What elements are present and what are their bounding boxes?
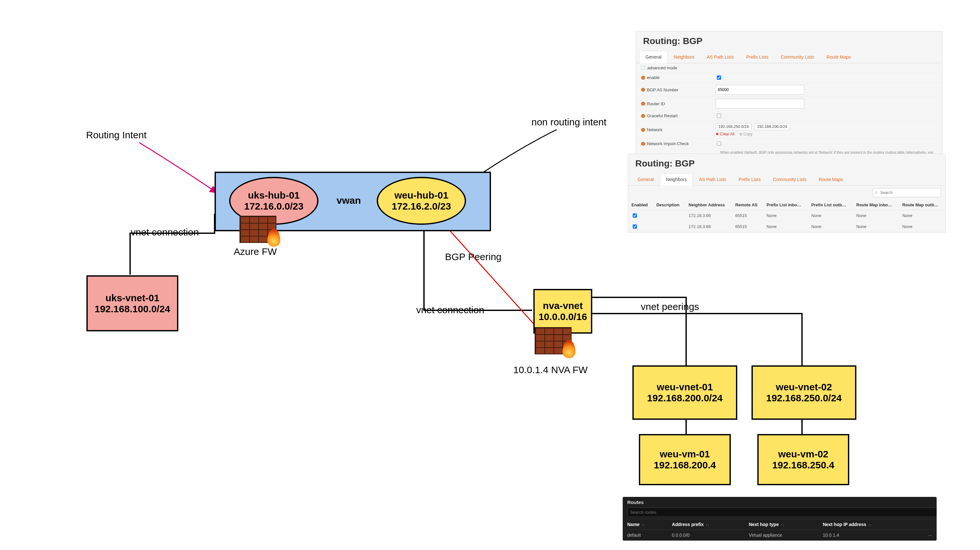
weu-vnet-02: weu-vnet-02 192.168.250.0/24 [751, 365, 856, 420]
weu-vm-02-ip: 192.168.250.4 [772, 460, 834, 471]
nb1-rmi: None [853, 210, 899, 221]
nb-h-pli[interactable]: Prefix List inbo… [763, 200, 808, 210]
weu-hub-name: weu-hub-01 [395, 190, 449, 201]
uks-vnet-name: uks-vnet-01 [105, 292, 159, 303]
tab-prefix[interactable]: Prefix Lists [740, 51, 775, 63]
weu-vm-01-ip: 192.168.200.4 [654, 460, 716, 471]
routes-search-input[interactable] [627, 508, 937, 517]
row-enable-label: enable [647, 75, 660, 80]
route-name: default [623, 530, 667, 540]
enable-checkbox[interactable] [717, 75, 721, 80]
r-h-ip[interactable]: Next hop IP address↑↓ [818, 519, 915, 530]
nb2-plo: None [808, 221, 853, 232]
ntab-community[interactable]: Community Lists [767, 173, 812, 185]
weu-vm-02: weu-vm-02 192.168.250.4 [757, 434, 849, 485]
label-vwan: vwan [337, 195, 361, 206]
routes-title: Routes [623, 497, 937, 508]
tab-routemaps[interactable]: Route Maps [821, 51, 857, 63]
nb2-rmi: None [853, 221, 899, 232]
bgp-neighbors-title: Routing: BGP [628, 154, 945, 173]
weu-hub-cidr: 172.16.2.0/23 [391, 201, 451, 212]
weu-vm-01: weu-vm-01 192.168.200.4 [639, 434, 731, 485]
label-vnet-peerings: vnet peerings [641, 301, 699, 312]
network-pill-1[interactable]: 192.168.250.0/24 [716, 123, 751, 130]
neighbor-row[interactable]: 172.16.3.69 65515 None None None None [628, 210, 945, 221]
r-h-prefix[interactable]: Address prefix↑↓ [667, 519, 745, 530]
info-icon: i [641, 88, 645, 92]
row-import-label: Network Import-Check [647, 141, 689, 146]
label-vnet-connection-2: vnet connection [416, 304, 484, 316]
copy-button[interactable]: ⧉ Copy [740, 132, 752, 136]
ntab-neighbors[interactable]: Neighbors [660, 173, 693, 186]
weu-vm-01-name: weu-vm-01 [660, 449, 710, 460]
azure-firewall-icon [240, 216, 278, 245]
r-h-name[interactable]: Name↑↓ [623, 519, 667, 530]
tab-community[interactable]: Community Lists [775, 51, 820, 63]
bgp-general-title: Routing: BGP [636, 32, 942, 51]
import-check-checkbox[interactable] [717, 142, 721, 146]
row-graceful-label: Graceful Restart [647, 113, 678, 118]
nb-h-enabled[interactable]: Enabled [628, 200, 653, 210]
nva-vnet-cidr: 10.0.0.0/16 [539, 311, 587, 322]
nb-h-as[interactable]: Remote AS [732, 200, 764, 210]
nb1-addr: 172.16.3.69 [686, 210, 732, 221]
nb-h-plo[interactable]: Prefix List outb… [808, 200, 853, 210]
nb-h-addr[interactable]: Neighbor Address [686, 200, 732, 210]
clear-all-button[interactable]: ✖ Clear All [716, 132, 734, 136]
tab-aspath[interactable]: AS Path Lists [701, 51, 740, 63]
row-as-label: BGP AS Number [647, 88, 678, 92]
label-vnet-connection-1: vnet connection [131, 227, 199, 238]
nva-vnet-name: nva-vnet [543, 300, 582, 311]
as-number-input[interactable] [716, 85, 804, 94]
neighbor-search-input[interactable] [873, 188, 941, 197]
ntab-aspath[interactable]: AS Path Lists [693, 173, 732, 185]
bgp-general-tabs: General Neighbors AS Path Lists Prefix L… [636, 51, 942, 63]
ntab-general[interactable]: General [632, 173, 660, 185]
tab-neighbors[interactable]: Neighbors [668, 51, 701, 63]
nb-h-desc[interactable]: Description [653, 200, 686, 210]
weu-vm-02-name: weu-vm-02 [778, 449, 828, 460]
bgp-neighbors-panel: Routing: BGP General Neighbors AS Path L… [628, 153, 946, 233]
nb1-desc [653, 210, 686, 221]
route-type: Virtual appliance [745, 530, 818, 540]
nb2-as: 65515 [732, 221, 764, 232]
network-pill-2[interactable]: 192.168.200.0/24 [754, 123, 790, 130]
nb-h-rmo[interactable]: Route Map outb… [899, 200, 945, 210]
uks-vnet-cidr: 192.168.100.0/24 [94, 303, 170, 314]
nb2-pli: None [763, 221, 808, 232]
tab-general[interactable]: General [639, 51, 668, 63]
r-h-type[interactable]: Next hop type↑↓ [745, 519, 818, 530]
nva-firewall-icon [535, 327, 573, 356]
route-more-icon[interactable]: ··· [915, 530, 937, 540]
neighbor-row[interactable]: 172.16.3.68 65515 None None None None [628, 221, 945, 232]
ntab-routemaps[interactable]: Route Maps [813, 173, 849, 185]
ntab-prefix[interactable]: Prefix Lists [732, 173, 767, 185]
info-icon: i [641, 142, 645, 146]
nb2-enabled[interactable] [633, 225, 637, 229]
route-row[interactable]: default 0.0.0.0/0 Virtual appliance 10.0… [623, 530, 937, 540]
nb1-as: 65515 [732, 210, 764, 221]
info-icon: i [641, 114, 645, 118]
nb2-addr: 172.16.3.68 [686, 221, 732, 232]
graceful-checkbox[interactable] [717, 114, 721, 118]
row-network-label: Network [647, 127, 662, 132]
row-routerid-label: Router ID [647, 101, 665, 106]
nb1-plo: None [808, 210, 853, 221]
label-bgp-peering: BGP Peering [445, 251, 502, 262]
uks-hub-cidr: 172.16.0.0/23 [244, 201, 304, 212]
uks-hub-name: uks-hub-01 [248, 190, 300, 201]
nb-h-rmi[interactable]: Route Map inbo… [853, 200, 899, 210]
router-id-input[interactable] [716, 99, 804, 108]
nb1-enabled[interactable] [633, 214, 637, 218]
nb1-pli: None [763, 210, 808, 221]
label-routing-intent: Routing Intent [86, 129, 146, 140]
neighbor-table: Enabled Description Neighbor Address Rem… [628, 200, 945, 232]
row-advanced[interactable]: advanced mode [647, 65, 678, 70]
label-non-routing-intent: non routing intent [531, 116, 606, 128]
label-nva-fw: 10.0.1.4 NVA FW [513, 364, 588, 375]
bgp-neighbors-tabs: General Neighbors AS Path Lists Prefix L… [628, 173, 945, 186]
routes-panel: Routes Name↑↓ Address prefix↑↓ Next hop … [623, 497, 937, 540]
bgp-general-panel: Routing: BGP General Neighbors AS Path L… [636, 31, 942, 163]
uks-vnet-01: uks-vnet-01 192.168.100.0/24 [86, 275, 178, 332]
info-icon: i [641, 102, 645, 105]
